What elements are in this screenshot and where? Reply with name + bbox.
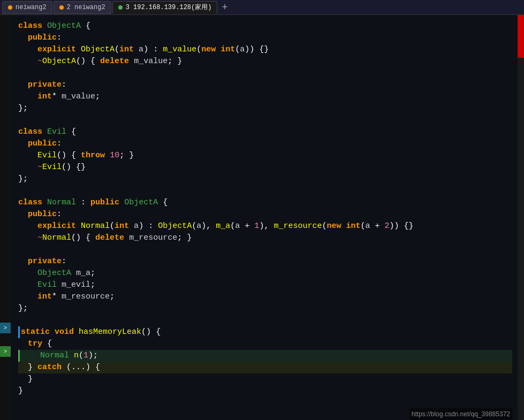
code-line-15: [18, 185, 512, 197]
tab-bar: neiwang2 2 neiwang2 3 192.168.139.128(家用…: [0, 0, 524, 15]
code-line-25: };: [18, 303, 512, 315]
code-line-10: class Evil {: [18, 126, 512, 138]
code-line-2: public:: [18, 32, 512, 44]
tab-3[interactable]: 3 192.168.139.128(家用): [112, 1, 218, 14]
code-line-11: public:: [18, 138, 512, 150]
tab-add-button[interactable]: +: [218, 2, 231, 13]
gutter-marker-green: >: [0, 346, 11, 357]
left-gutter: > >: [0, 15, 11, 420]
code-line-22: ObjectA m_a;: [18, 268, 512, 279]
tab-1[interactable]: neiwang2: [2, 1, 52, 14]
code-line-16: class Normal : public ObjectA {: [18, 197, 512, 209]
code-line-9: [18, 114, 512, 126]
code-line-26: [18, 315, 512, 326]
code-line-7: int* m_value;: [18, 91, 512, 103]
code-line-23: Evil m_evil;: [18, 279, 512, 291]
code-line-31: }: [18, 373, 512, 385]
code-line-30: } catch (...) {: [18, 362, 512, 373]
code-line-21: private:: [18, 256, 512, 268]
url-watermark: https://blog.csdn.net/qq_39885372: [409, 408, 512, 420]
code-line-8: };: [18, 103, 512, 114]
code-line-3: explicit ObjectA(int a) : m_value(new in…: [18, 44, 512, 56]
scrollbar[interactable]: [518, 15, 524, 420]
tab-2[interactable]: 2 neiwang2: [54, 1, 111, 14]
gutter-marker-blue: >: [0, 323, 11, 333]
code-line-28: try {: [18, 338, 512, 350]
code-line-12: Evil() { throw 10; }: [18, 150, 512, 162]
tab-1-label: neiwang2: [16, 4, 47, 11]
code-line-13: ~Evil() {}: [18, 162, 512, 173]
code-line-17: public:: [18, 209, 512, 220]
code-editor: class ObjectA { public: explicit ObjectA…: [11, 15, 518, 420]
code-line-32: }: [18, 385, 512, 397]
code-line-14: };: [18, 173, 512, 185]
tab-3-label: 3 192.168.139.128(家用): [126, 3, 212, 12]
code-line-18: explicit Normal(int a) : ObjectA(a), m_a…: [18, 220, 512, 232]
code-line-4: ~ObjectA() { delete m_value; }: [18, 56, 512, 67]
scrollbar-thumb[interactable]: [518, 15, 524, 58]
code-line-24: int* m_resource;: [18, 291, 512, 303]
code-line-1: class ObjectA {: [18, 20, 512, 32]
code-line-20: [18, 244, 512, 256]
code-line-27: static void hasMemoryLeak() {: [18, 326, 512, 338]
tab-2-label: 2 neiwang2: [67, 4, 105, 11]
code-line-29: Normal n(1);: [18, 350, 512, 362]
code-line-6: private:: [18, 79, 512, 91]
code-line-5: [18, 67, 512, 79]
code-line-19: ~Normal() { delete m_resource; }: [18, 232, 512, 244]
